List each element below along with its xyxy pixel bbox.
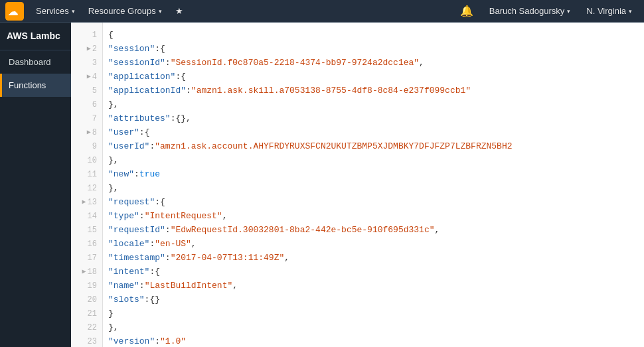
bell-icon[interactable]: 🔔	[453, 5, 480, 17]
main-area: AWS Lambc Dashboard Functions 1▶23▶4567▶…	[0, 23, 644, 347]
line-number: 11	[71, 167, 102, 181]
content-panel: 1▶23▶4567▶89101112▶1314151617▶1819202122…	[71, 23, 644, 347]
line-number: 12	[71, 181, 102, 195]
line-number: 1	[71, 28, 102, 42]
bookmarks-button[interactable]: ★	[169, 0, 190, 23]
code-line: "name": "LastBuildIntent",	[108, 279, 644, 293]
line-number: 20	[71, 293, 102, 307]
line-number: 5	[71, 84, 102, 98]
line-number: 6	[71, 98, 102, 111]
user-chevron-icon: ▾	[567, 8, 570, 15]
region-chevron-icon: ▾	[629, 8, 632, 15]
user-label: Baruch Sadogursky	[489, 6, 564, 16]
code-line: "request": {	[108, 195, 644, 209]
code-line: },	[108, 181, 644, 195]
topbar: ☁ Services ▾ Resource Groups ▾ ★ 🔔 Baruc…	[0, 0, 644, 23]
code-line: "user": {	[108, 125, 644, 139]
code-line: "timestamp": "2017-04-07T13:11:49Z",	[108, 251, 644, 265]
code-line: "version": "1.0"	[108, 334, 644, 347]
line-number: 10	[71, 153, 102, 167]
code-line: {	[108, 28, 644, 42]
line-number: 22	[71, 320, 102, 334]
code-line: "applicationId": "amzn1.ask.skill.a70531…	[108, 84, 644, 98]
svg-text:☁: ☁	[8, 5, 18, 17]
services-menu[interactable]: Services ▾	[29, 0, 82, 23]
code-line: "application": {	[108, 70, 644, 84]
line-number: 16	[71, 237, 102, 251]
code-line: "locale": "en-US",	[108, 237, 644, 251]
line-number: ▶13	[71, 195, 102, 209]
code-content: { "session": { "sessionId": "SessionId.f…	[103, 23, 644, 347]
line-number: 14	[71, 209, 102, 223]
resource-groups-chevron-icon: ▾	[159, 8, 162, 15]
aws-logo: ☁	[5, 2, 24, 21]
code-line: },	[108, 153, 644, 167]
line-number: ▶2	[71, 42, 102, 56]
services-label: Services	[36, 6, 69, 16]
resource-groups-menu[interactable]: Resource Groups ▾	[82, 0, 169, 23]
line-number: ▶4	[71, 70, 102, 84]
line-number: 19	[71, 279, 102, 293]
services-chevron-icon: ▾	[72, 8, 75, 15]
line-number: 21	[71, 307, 102, 320]
code-line: }	[108, 307, 644, 320]
region-label: N. Virginia	[586, 6, 626, 16]
code-line: "session": {	[108, 42, 644, 56]
line-number: ▶8	[71, 125, 102, 139]
code-line: "type": "IntentRequest",	[108, 209, 644, 223]
sidebar: AWS Lambc Dashboard Functions	[0, 23, 71, 347]
code-line: "attributes": {},	[108, 111, 644, 125]
line-number: 17	[71, 251, 102, 265]
code-line: "requestId": "EdwRequestId.30032801-8ba2…	[108, 223, 644, 237]
sidebar-item-functions[interactable]: Functions	[0, 74, 71, 97]
region-menu[interactable]: N. Virginia ▾	[580, 0, 639, 23]
star-icon: ★	[175, 6, 183, 16]
code-line: },	[108, 98, 644, 111]
sidebar-title: AWS Lambc	[0, 23, 71, 50]
line-number: 15	[71, 223, 102, 237]
sidebar-item-dashboard[interactable]: Dashboard	[0, 50, 71, 74]
code-line: "new": true	[108, 167, 644, 181]
resource-groups-label: Resource Groups	[88, 6, 156, 16]
user-menu[interactable]: Baruch Sadogursky ▾	[483, 0, 577, 23]
code-line: "sessionId": "SessionId.f0c870a5-2218-43…	[108, 56, 644, 70]
line-numbers: 1▶23▶4567▶89101112▶1314151617▶1819202122…	[71, 23, 103, 347]
code-line: },	[108, 320, 644, 334]
code-line: "slots": {}	[108, 293, 644, 307]
line-number: 9	[71, 139, 102, 153]
code-line: "userId": "amzn1.ask.account.AHYFRDYRUXS…	[108, 139, 644, 153]
code-line: "intent": {	[108, 265, 644, 279]
line-number: 23	[71, 334, 102, 347]
line-number: 7	[71, 111, 102, 125]
topbar-right: 🔔 Baruch Sadogursky ▾ N. Virginia ▾	[453, 0, 639, 23]
line-number: 3	[71, 56, 102, 70]
line-number: ▶18	[71, 265, 102, 279]
code-editor[interactable]: 1▶23▶4567▶89101112▶1314151617▶1819202122…	[71, 23, 644, 347]
